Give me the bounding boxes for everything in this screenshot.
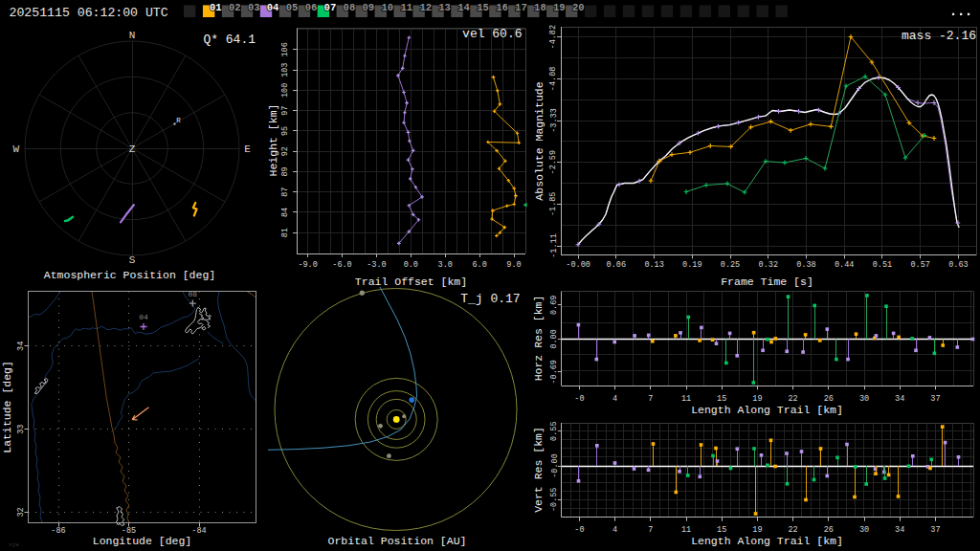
svg-text:-2.59: -2.59 <box>549 150 559 175</box>
svg-text:-0.00: -0.00 <box>566 260 590 270</box>
svg-text:0.63: 0.63 <box>948 260 968 270</box>
svg-text:81: 81 <box>281 228 291 237</box>
svg-text:37: 37 <box>930 394 940 404</box>
svg-text:15: 15 <box>477 2 489 13</box>
svg-text:-86: -86 <box>51 526 65 536</box>
svg-text:Vert Res [km]: Vert Res [km] <box>532 427 545 513</box>
svg-text:E: E <box>244 143 251 155</box>
svg-text:Orbital Position [AU]: Orbital Position [AU] <box>328 535 467 547</box>
svg-text:10: 10 <box>382 2 394 13</box>
svg-text:87: 87 <box>281 187 291 197</box>
svg-text:02: 02 <box>229 2 241 13</box>
svg-text:-4.82: -4.82 <box>549 25 559 50</box>
svg-text:0.13: 0.13 <box>644 260 663 270</box>
svg-text:97: 97 <box>281 106 291 116</box>
svg-text:S: S <box>129 254 136 266</box>
svg-text:32: 32 <box>16 507 26 517</box>
svg-text:08: 08 <box>344 2 356 13</box>
svg-text:33: 33 <box>16 425 26 434</box>
svg-text:-1.85: -1.85 <box>549 192 559 217</box>
svg-text:-1.11: -1.11 <box>549 233 559 258</box>
svg-text:11: 11 <box>681 525 691 535</box>
svg-text:Length Along Trail [km]: Length Along Trail [km] <box>691 404 843 416</box>
svg-text:0.57: 0.57 <box>910 260 929 270</box>
svg-text:106: 106 <box>281 42 291 56</box>
svg-text:09: 09 <box>363 2 375 13</box>
svg-text:95: 95 <box>281 126 291 136</box>
svg-text:-3.0: -3.0 <box>367 260 386 270</box>
svg-text:22: 22 <box>788 394 797 404</box>
svg-text:Longitude [deg]: Longitude [deg] <box>93 535 192 547</box>
svg-text:Absolute Magnitude: Absolute Magnitude <box>533 81 546 200</box>
svg-text:-6.0: -6.0 <box>332 260 351 270</box>
svg-text:4: 4 <box>612 525 617 535</box>
svg-text:100: 100 <box>281 83 291 98</box>
svg-text:34: 34 <box>16 342 26 351</box>
svg-text:-3.33: -3.33 <box>549 108 559 133</box>
svg-text:njw: njw <box>9 541 19 548</box>
svg-text:0.25: 0.25 <box>721 260 740 270</box>
svg-text:08: 08 <box>188 290 197 298</box>
svg-text:34: 34 <box>895 525 904 535</box>
svg-text:Length Along Trail [km]: Length Along Trail [km] <box>691 535 843 547</box>
svg-text:0.0: 0.0 <box>404 260 418 270</box>
svg-text:15: 15 <box>717 525 726 535</box>
svg-text:R: R <box>176 117 181 124</box>
svg-text:26: 26 <box>824 525 834 535</box>
svg-text:19: 19 <box>752 525 762 535</box>
svg-text:17: 17 <box>515 2 527 13</box>
svg-text:Frame Time [s]: Frame Time [s] <box>721 276 813 288</box>
svg-text:Z: Z <box>129 143 136 155</box>
svg-text:T_j 0.17: T_j 0.17 <box>460 292 520 306</box>
svg-text:Trail Offset [km]: Trail Offset [km] <box>355 276 467 288</box>
svg-text:3.0: 3.0 <box>438 260 453 270</box>
svg-text:-0: -0 <box>574 525 584 535</box>
svg-text:37: 37 <box>930 525 940 535</box>
svg-text:103: 103 <box>281 63 291 77</box>
svg-text:13: 13 <box>438 2 451 13</box>
svg-text:7: 7 <box>648 394 653 404</box>
svg-text:16: 16 <box>496 2 508 13</box>
svg-text:-0.00: -0.00 <box>550 453 560 478</box>
svg-text:11: 11 <box>400 2 412 13</box>
svg-text:30: 30 <box>859 525 869 535</box>
svg-text:34: 34 <box>895 394 904 404</box>
svg-text:Atmospheric Position [deg]: Atmospheric Position [deg] <box>44 269 215 281</box>
svg-text:0.38: 0.38 <box>796 260 815 270</box>
svg-text:07: 07 <box>324 2 337 13</box>
svg-text:7: 7 <box>648 525 653 535</box>
svg-text:05: 05 <box>286 2 299 13</box>
svg-text:92: 92 <box>281 146 291 156</box>
svg-text:mass -2.16: mass -2.16 <box>902 29 976 43</box>
svg-text:Horz Res [km]: Horz Res [km] <box>532 296 545 382</box>
svg-text:0.51: 0.51 <box>873 260 892 270</box>
svg-text:84: 84 <box>281 208 291 217</box>
svg-text:6.0: 6.0 <box>472 260 486 270</box>
svg-text:-0.55: -0.55 <box>550 488 560 513</box>
svg-text:18: 18 <box>534 2 546 13</box>
svg-text:vel 60.6: vel 60.6 <box>462 27 522 41</box>
svg-text:-0: -0 <box>574 394 584 404</box>
svg-text:22: 22 <box>788 525 797 535</box>
svg-text:N: N <box>129 30 136 41</box>
svg-text:0.55: 0.55 <box>550 421 560 440</box>
svg-text:04: 04 <box>139 313 148 321</box>
svg-text:30: 30 <box>859 394 869 404</box>
svg-text:Q* 64.1: Q* 64.1 <box>203 33 256 47</box>
svg-text:06: 06 <box>305 2 318 13</box>
svg-text:Latitude [deg]: Latitude [deg] <box>1 361 13 453</box>
svg-text:04: 04 <box>267 2 279 13</box>
svg-text:0.00: 0.00 <box>550 329 560 348</box>
svg-text:89: 89 <box>281 166 291 176</box>
svg-text:-84: -84 <box>191 526 206 536</box>
svg-text:0.19: 0.19 <box>682 260 702 270</box>
svg-text:0.69: 0.69 <box>550 296 560 315</box>
svg-text:9.0: 9.0 <box>506 260 521 270</box>
svg-text:19: 19 <box>752 394 762 404</box>
svg-text:0.32: 0.32 <box>759 260 778 270</box>
svg-text:01: 01 <box>210 2 222 13</box>
svg-text:-0.69: -0.69 <box>550 360 560 385</box>
svg-text:4: 4 <box>612 394 617 404</box>
svg-text:Height [km]: Height [km] <box>267 104 279 177</box>
svg-text:11: 11 <box>681 394 691 404</box>
